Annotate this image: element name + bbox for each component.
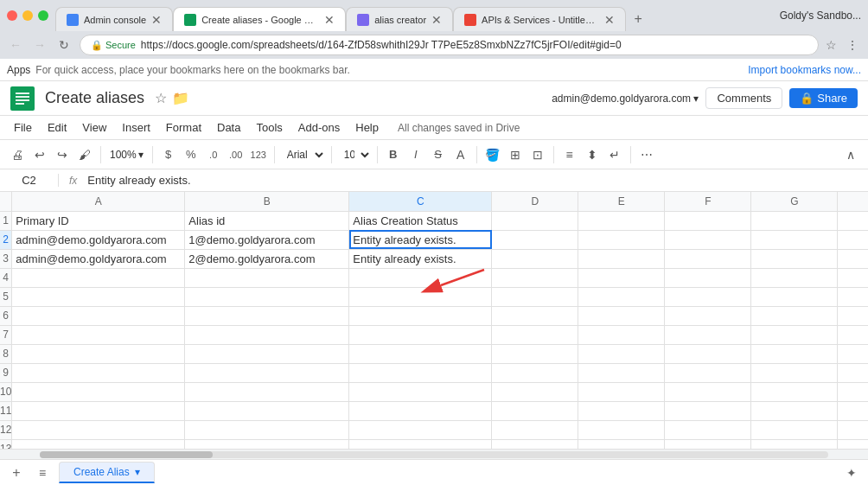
table-row[interactable] [185,287,349,306]
grid-scroll[interactable]: A B C D E F G H I 1Primary IDAlias idAli… [0,192,868,449]
table-row[interactable] [838,344,868,363]
table-row[interactable] [12,363,185,382]
table-row[interactable] [665,325,751,344]
table-row[interactable] [578,363,665,382]
table-row[interactable] [12,382,185,401]
table-row[interactable] [751,420,838,439]
table-row[interactable] [185,382,349,401]
menu-data[interactable]: Data [210,119,247,136]
percent-button[interactable]: % [181,144,201,165]
row-header-12[interactable]: 12 [0,420,12,439]
menu-addons[interactable]: Add-ons [291,119,347,136]
table-row[interactable] [578,439,665,449]
tab-sheets[interactable]: Create aliases - Google Sheets ✕ [173,7,346,31]
table-row[interactable] [12,325,185,344]
row-header-3[interactable]: 3 [0,249,12,268]
table-row[interactable] [578,382,665,401]
decimal-decrease-button[interactable]: .0 [203,144,224,165]
table-row[interactable] [838,268,868,287]
browser-account[interactable]: Goldy's Sandbo... [780,10,861,22]
table-row[interactable] [185,306,349,325]
table-row[interactable] [12,420,185,439]
table-row[interactable]: 2@demo.goldyarora.com [185,249,349,268]
sheet-list-button[interactable]: ≡ [33,463,52,482]
menu-tools[interactable]: Tools [249,119,289,136]
forward-button[interactable]: → [31,36,48,54]
table-row[interactable] [751,382,838,401]
row-header-1[interactable]: 1 [0,211,12,230]
table-row[interactable] [838,401,868,420]
new-tab-button[interactable]: + [626,7,650,31]
menu-view[interactable]: View [75,119,113,136]
zoom-control[interactable]: 100% ▾ [106,147,147,163]
folder-icon[interactable]: 📁 [172,90,189,106]
table-row[interactable] [665,306,751,325]
tab-sheets-close-icon[interactable]: ✕ [324,14,335,26]
currency-button[interactable]: $ [158,144,179,165]
table-row[interactable] [12,287,185,306]
table-row[interactable] [838,382,868,401]
table-row[interactable] [751,230,838,249]
collapse-toolbar-button[interactable]: ∧ [840,144,861,165]
table-row[interactable] [349,439,492,449]
table-row[interactable] [665,420,751,439]
col-header-C[interactable]: C [349,192,492,211]
star-icon[interactable]: ☆ [155,90,167,106]
table-row[interactable] [665,382,751,401]
import-bookmarks-link[interactable]: Import bookmarks now... [748,64,861,76]
table-row[interactable] [185,401,349,420]
tab-api-close-icon[interactable]: ✕ [604,14,615,26]
row-header-13[interactable]: 13 [0,439,12,449]
fill-color-button[interactable]: 🪣 [482,144,503,165]
table-row[interactable] [185,268,349,287]
undo-button[interactable]: ↩ [29,144,50,165]
table-row[interactable] [349,401,492,420]
apps-button[interactable]: Apps [7,64,30,76]
table-row[interactable] [185,363,349,382]
extensions-button[interactable]: ⋮ [844,36,861,54]
row-header-2[interactable]: 2 [0,230,12,249]
table-row[interactable] [751,287,838,306]
table-row[interactable] [492,211,578,230]
table-row[interactable] [578,230,665,249]
merge-button[interactable]: ⊡ [527,144,548,165]
comments-button[interactable]: Comments [705,87,782,109]
back-button[interactable]: ← [7,36,24,54]
col-header-H[interactable]: H [838,192,868,211]
tab-api[interactable]: APIs & Services - Untitled pro… ✕ [453,7,626,31]
maximize-window-button[interactable] [38,10,48,21]
menu-help[interactable]: Help [348,119,386,136]
table-row[interactable] [751,344,838,363]
table-row[interactable] [838,287,868,306]
table-row[interactable] [185,420,349,439]
menu-file[interactable]: File [7,119,39,136]
sheet-tab-create-alias[interactable]: Create Alias ▾ [59,462,155,483]
cell-reference[interactable]: C2 [7,174,59,187]
table-row[interactable] [349,382,492,401]
col-header-D[interactable]: D [492,192,578,211]
col-header-F[interactable]: F [665,192,751,211]
menu-insert[interactable]: Insert [115,119,157,136]
table-row[interactable] [751,439,838,449]
text-wrap-button[interactable]: ↵ [604,144,625,165]
table-row[interactable] [751,306,838,325]
tab-alias-close-icon[interactable]: ✕ [431,14,442,26]
table-row[interactable]: Entity already exists. [349,230,492,249]
table-row[interactable] [838,439,868,449]
menu-edit[interactable]: Edit [41,119,73,136]
font-size-selector[interactable]: 10 [337,146,372,163]
table-row[interactable] [349,268,492,287]
table-row[interactable] [492,439,578,449]
account-email[interactable]: admin@demo.goldyarora.com ▾ [552,93,699,105]
print-button[interactable]: 🖨 [7,144,28,165]
row-header-4[interactable]: 4 [0,268,12,287]
table-row[interactable]: Primary ID [12,211,185,230]
table-row[interactable] [349,363,492,382]
row-header-5[interactable]: 5 [0,287,12,306]
table-row[interactable] [12,306,185,325]
table-row[interactable]: admin@demo.goldyarora.com [12,230,185,249]
align-middle-button[interactable]: ⬍ [582,144,603,165]
format-paint-button[interactable]: 🖌 [74,144,95,165]
table-row[interactable] [578,249,665,268]
table-row[interactable]: Entity already exists. [349,249,492,268]
